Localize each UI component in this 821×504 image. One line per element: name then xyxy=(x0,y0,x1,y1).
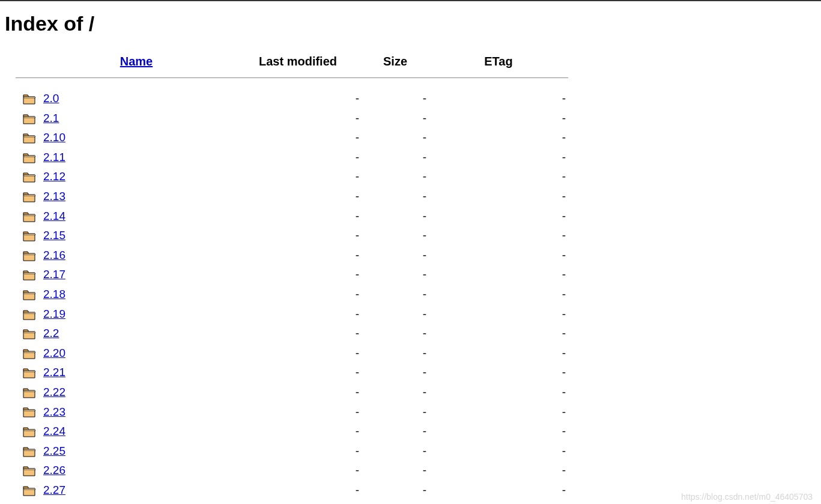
cell-last-modified: - xyxy=(234,207,362,226)
table-row: 2.25--- xyxy=(16,442,568,461)
cell-last-modified: - xyxy=(234,363,362,383)
column-header-name: Name xyxy=(38,52,234,77)
directory-link[interactable]: 2.18 xyxy=(43,288,65,300)
table-row: 2.20--- xyxy=(16,344,568,363)
table-row: 2.28--- xyxy=(16,500,568,504)
directory-link[interactable]: 2.27 xyxy=(43,484,65,496)
cell-last-modified: - xyxy=(234,187,362,207)
watermark: https://blog.csdn.net/m0_46405703 xyxy=(681,492,813,502)
directory-link[interactable]: 2.0 xyxy=(43,92,59,105)
folder-icon xyxy=(16,89,38,109)
table-row: 2.16--- xyxy=(16,246,568,266)
directory-link[interactable]: 2.14 xyxy=(43,210,65,222)
cell-size: - xyxy=(362,442,429,461)
cell-size: - xyxy=(362,207,429,226)
table-row: 2.26--- xyxy=(16,461,568,481)
cell-size: - xyxy=(362,500,429,504)
cell-last-modified: - xyxy=(234,461,362,481)
cell-etag: - xyxy=(429,285,568,305)
cell-last-modified: - xyxy=(234,128,362,148)
directory-link[interactable]: 2.1 xyxy=(43,112,59,124)
table-row: 2.14--- xyxy=(16,207,568,226)
cell-etag: - xyxy=(429,461,568,481)
cell-last-modified: - xyxy=(234,500,362,504)
cell-etag: - xyxy=(429,324,568,344)
cell-last-modified: - xyxy=(234,305,362,324)
cell-etag: - xyxy=(429,246,568,266)
column-header-size: Size xyxy=(362,52,429,77)
directory-link[interactable]: 2.24 xyxy=(43,425,65,437)
cell-size: - xyxy=(362,383,429,402)
cell-last-modified: - xyxy=(234,442,362,461)
cell-etag: - xyxy=(429,109,568,129)
cell-etag: - xyxy=(429,226,568,246)
table-row: 2.27--- xyxy=(16,481,568,500)
directory-link[interactable]: 2.26 xyxy=(43,464,65,476)
cell-last-modified: - xyxy=(234,226,362,246)
table-row: 2.13--- xyxy=(16,187,568,207)
cell-etag: - xyxy=(429,167,568,187)
directory-link[interactable]: 2.11 xyxy=(43,151,65,163)
folder-icon xyxy=(16,246,38,266)
folder-icon xyxy=(16,226,38,246)
table-row: 2.10--- xyxy=(16,128,568,148)
folder-icon xyxy=(16,344,38,363)
cell-last-modified: - xyxy=(234,481,362,500)
page-title: Index of / xyxy=(5,12,816,35)
directory-link[interactable]: 2.23 xyxy=(43,405,65,418)
cell-size: - xyxy=(362,89,429,109)
directory-link[interactable]: 2.15 xyxy=(43,229,65,241)
folder-icon xyxy=(16,128,38,148)
directory-link[interactable]: 2.19 xyxy=(43,308,65,320)
table-row: 2.24--- xyxy=(16,422,568,442)
header-row: Name Last modified Size ETag xyxy=(16,52,568,77)
column-header-last-modified: Last modified xyxy=(234,52,362,77)
directory-link[interactable]: 2.10 xyxy=(43,131,65,144)
cell-etag: - xyxy=(429,187,568,207)
cell-size: - xyxy=(362,363,429,383)
table-row: 2.1--- xyxy=(16,109,568,129)
table-row: 2.23--- xyxy=(16,402,568,422)
table-row: 2.21--- xyxy=(16,363,568,383)
folder-icon xyxy=(16,461,38,481)
table-row: 2.15--- xyxy=(16,226,568,246)
folder-icon xyxy=(16,402,38,422)
folder-icon xyxy=(16,167,38,187)
cell-last-modified: - xyxy=(234,324,362,344)
sort-by-name-link[interactable]: Name xyxy=(120,55,153,68)
folder-icon xyxy=(16,305,38,324)
cell-last-modified: - xyxy=(234,402,362,422)
cell-etag: - xyxy=(429,383,568,402)
directory-link[interactable]: 2.22 xyxy=(43,386,65,398)
cell-etag: - xyxy=(429,148,568,168)
table-row: 2.19--- xyxy=(16,305,568,324)
folder-icon xyxy=(16,383,38,402)
table-row: 2.12--- xyxy=(16,167,568,187)
directory-link[interactable]: 2.13 xyxy=(43,190,65,202)
cell-size: - xyxy=(362,285,429,305)
folder-icon xyxy=(16,500,38,504)
cell-last-modified: - xyxy=(234,246,362,266)
cell-size: - xyxy=(362,128,429,148)
cell-last-modified: - xyxy=(234,422,362,442)
cell-etag: - xyxy=(429,402,568,422)
cell-size: - xyxy=(362,461,429,481)
folder-icon xyxy=(16,265,38,285)
directory-link[interactable]: 2.2 xyxy=(43,327,59,339)
folder-icon xyxy=(16,285,38,305)
cell-size: - xyxy=(362,167,429,187)
directory-link[interactable]: 2.20 xyxy=(43,347,65,359)
cell-size: - xyxy=(362,324,429,344)
directory-link[interactable]: 2.12 xyxy=(43,170,65,183)
cell-last-modified: - xyxy=(234,383,362,402)
directory-link[interactable]: 2.17 xyxy=(43,268,65,281)
cell-etag: - xyxy=(429,128,568,148)
directory-link[interactable]: 2.21 xyxy=(43,366,65,378)
table-row: 2.11--- xyxy=(16,148,568,168)
folder-icon xyxy=(16,422,38,442)
directory-link[interactable]: 2.16 xyxy=(43,249,65,261)
cell-size: - xyxy=(362,422,429,442)
cell-last-modified: - xyxy=(234,167,362,187)
directory-link[interactable]: 2.25 xyxy=(43,445,65,457)
cell-size: - xyxy=(362,226,429,246)
